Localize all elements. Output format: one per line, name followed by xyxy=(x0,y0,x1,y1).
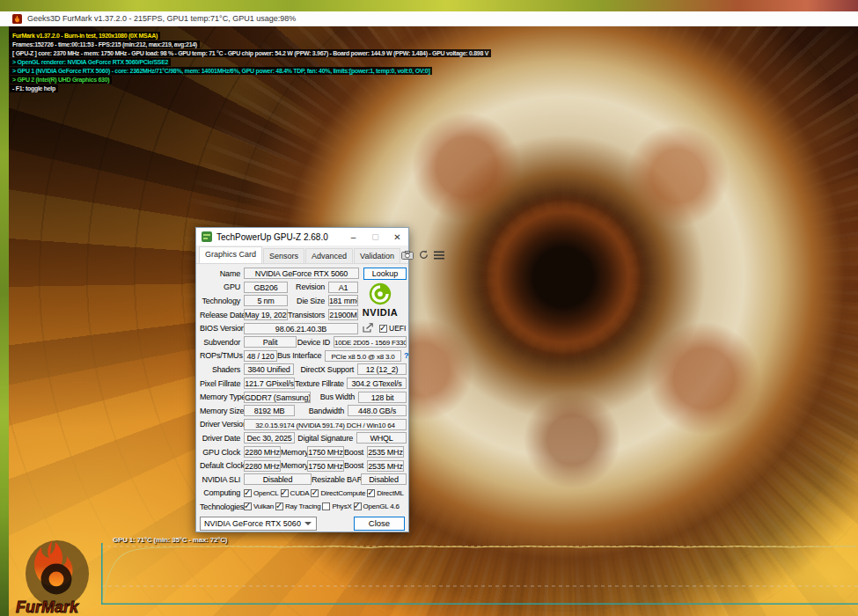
refresh-icon[interactable] xyxy=(419,250,429,260)
osd-line-frames: Frames:152726 - time:00:11:53 - FPS:215 … xyxy=(10,40,200,48)
driver-version-label: Driver Version xyxy=(200,420,240,429)
physx-checkbox[interactable] xyxy=(322,502,330,510)
screenshot-camera-icon[interactable] xyxy=(401,251,414,260)
device-id-label: Device ID xyxy=(297,338,330,347)
tab-sensors[interactable]: Sensors xyxy=(263,248,304,263)
vulkan-checkbox[interactable] xyxy=(244,502,252,510)
nvidia-logo: NVIDIA xyxy=(356,282,404,318)
tab-graphics-card[interactable]: Graphics Card xyxy=(199,246,262,263)
bus-interface-label: Bus Interface xyxy=(277,351,321,360)
texture-fillrate-label: Texture Fillrate xyxy=(295,379,343,388)
gpuz-app-icon xyxy=(202,231,212,242)
release-date-label: Release Date xyxy=(200,311,240,319)
close-window-button[interactable] xyxy=(386,229,408,246)
computing-label: Computing xyxy=(200,488,240,497)
row-sli: NVIDIA SLI Disabled Resizable BAR Disabl… xyxy=(200,473,407,487)
gpuz-titlebar[interactable]: TechPowerUp GPU-Z 2.68.0 xyxy=(196,228,408,246)
directml-checkbox[interactable] xyxy=(367,489,375,497)
directcompute-checkbox[interactable] xyxy=(311,489,319,497)
rebar-label: Resizable BAR xyxy=(312,475,357,484)
memory-size-label: Memory Size xyxy=(200,407,240,415)
row-technologies: Technologies Vulkan Ray Tracing PhysX Op… xyxy=(200,500,407,514)
osd-line-opengl-renderer: > OpenGL renderer: NVIDIA GeForce RTX 50… xyxy=(10,58,171,66)
furmark-render-area: FurMark v1.37.2.0 - Burn-in test, 1920x1… xyxy=(9,26,858,616)
uefi-label: UEFI xyxy=(389,324,406,333)
opencl-checkbox[interactable] xyxy=(244,489,252,497)
lookup-button[interactable]: Lookup xyxy=(363,268,407,280)
close-button[interactable]: Close xyxy=(354,517,405,531)
window-title: Geeks3D FurMark v1.37.2.0 - 215FPS, GPU1… xyxy=(27,14,296,23)
directcompute-label: DirectCompute xyxy=(320,489,365,497)
die-size-value: 181 mm² xyxy=(328,295,358,306)
osd-line-gpu1: > GPU 1 (NVIDIA GeForce RTX 5060) - core… xyxy=(10,67,432,75)
technology-value: 5 nm xyxy=(244,295,288,306)
gpu-temp-graph xyxy=(101,543,858,605)
digital-signature-value: WHQL xyxy=(356,432,407,444)
pixel-fillrate-label: Pixel Fillrate xyxy=(200,379,240,388)
directml-label: DirectML xyxy=(377,489,403,497)
uefi-checkbox[interactable] xyxy=(379,325,387,333)
share-bios-icon[interactable] xyxy=(362,323,374,334)
technologies-label: Technologies xyxy=(200,502,240,511)
gpu-clock-label: GPU Clock xyxy=(200,448,240,457)
ray-tracing-checkbox[interactable] xyxy=(275,502,283,510)
row-gpu-clock: GPU Clock 2280 MHz Memory 1750 MHz Boost… xyxy=(200,445,407,459)
opengl-checkbox[interactable] xyxy=(354,502,362,510)
revision-label: Revision xyxy=(288,282,325,291)
bandwidth-value: 448.0 GB/s xyxy=(348,405,407,416)
menu-hamburger-icon[interactable] xyxy=(434,251,444,260)
driver-version-value: 32.0.15.9174 (NVIDIA 591.74) DCH / Win10… xyxy=(244,419,407,430)
opengl-label: OpenGL 4.6 xyxy=(363,502,400,510)
directx-label: DirectX Support xyxy=(294,365,354,374)
tab-validation[interactable]: Validation xyxy=(354,248,400,263)
device-id-value: 10DE 2D05 - 1569 F330 xyxy=(334,336,407,348)
furmark-window-titlebar[interactable]: Geeks3D FurMark v1.37.2.0 - 215FPS, GPU1… xyxy=(0,11,858,26)
default-clock-memory-value: 1750 MHz xyxy=(307,460,344,472)
bios-value: 98.06.21.40.3B xyxy=(244,323,358,334)
row-driver-date: Driver Date Dec 30, 2025 Digital Signatu… xyxy=(200,431,407,445)
bus-width-label: Bus Width xyxy=(311,392,355,401)
row-driver-version: Driver Version 32.0.15.9174 (NVIDIA 591.… xyxy=(200,418,407,432)
transistors-value: 21900M xyxy=(328,309,358,320)
row-memory-size: Memory Size 8192 MB Bandwidth 448.0 GB/s xyxy=(200,404,407,418)
opencl-label: OpenCL xyxy=(253,489,279,497)
row-memory-type: Memory Type GDDR7 (Samsung) Bus Width 12… xyxy=(200,390,407,404)
gpuz-tab-strip: Graphics Card Sensors Advanced Validatio… xyxy=(196,246,408,264)
revision-value: A1 xyxy=(328,282,358,293)
texture-fillrate-value: 304.2 GTexel/s xyxy=(347,378,407,389)
gpu-selector-dropdown[interactable]: NVIDIA GeForce RTX 5060 xyxy=(200,517,317,531)
minimize-button[interactable] xyxy=(342,229,364,246)
rops-tmus-label: ROPs/TMUs xyxy=(200,351,240,360)
default-clock-value: 2280 MHz xyxy=(244,460,281,472)
cuda-checkbox[interactable] xyxy=(281,489,289,497)
bandwidth-label: Bandwidth xyxy=(295,407,344,415)
row-default-clock: Default Clock 2280 MHz Memory 1750 MHz B… xyxy=(200,458,407,473)
default-clock-boost-value: 2535 MHz xyxy=(367,460,404,472)
vulkan-label: Vulkan xyxy=(253,502,274,510)
transistors-label: Transistors xyxy=(288,311,325,319)
bios-label: BIOS Version xyxy=(200,324,240,333)
sli-value: Disabled xyxy=(244,473,312,485)
default-clock-memory-label: Memory xyxy=(281,461,304,470)
bus-interface-value: PCIe x8 5.0 @ x8 3.0 xyxy=(325,350,401,362)
desktop-wallpaper-left-strip xyxy=(0,26,9,616)
cuda-label: CUDA xyxy=(290,489,310,497)
gpu-clock-boost-label: Boost xyxy=(344,448,363,457)
row-shaders: Shaders 3840 Unified DirectX Support 12 … xyxy=(200,363,407,377)
default-clock-label: Default Clock xyxy=(200,461,240,470)
row-subvendor: Subvendor Palit Device ID 10DE 2D05 - 15… xyxy=(200,335,407,349)
osd-line-gpuz-stats: [ GPU-Z ] core: 2370 MHz - mem: 1750 MHz… xyxy=(10,49,491,57)
desktop-wallpaper-strip xyxy=(0,0,858,11)
row-rops: ROPs/TMUs 48 / 120 Bus Interface PCIe x8… xyxy=(200,349,407,363)
gpu-clock-memory-label: Memory xyxy=(281,448,304,457)
technology-label: Technology xyxy=(200,297,240,305)
shaders-label: Shaders xyxy=(200,365,240,374)
directx-value: 12 (12_2) xyxy=(357,363,407,375)
tab-advanced[interactable]: Advanced xyxy=(305,248,353,263)
maximize-button[interactable] xyxy=(364,229,386,246)
ray-tracing-label: Ray Tracing xyxy=(285,502,320,510)
bus-interface-help-icon[interactable]: ? xyxy=(404,351,409,360)
gpu-clock-value: 2280 MHz xyxy=(244,446,281,458)
furmark-watermark-logo: FurMark xyxy=(13,539,103,616)
pixel-fillrate-value: 121.7 GPixel/s xyxy=(244,378,295,389)
